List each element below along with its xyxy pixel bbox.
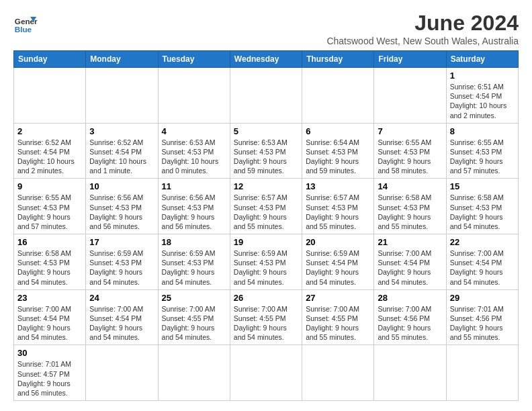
- svg-text:Blue: Blue: [15, 25, 32, 34]
- calendar-cell: 18Sunrise: 6:59 AM Sunset: 4:53 PM Dayli…: [158, 234, 230, 290]
- day-number: 12: [234, 181, 298, 191]
- day-info: Sunrise: 6:52 AM Sunset: 4:54 PM Dayligh…: [17, 138, 82, 176]
- day-info: Sunrise: 7:00 AM Sunset: 4:55 PM Dayligh…: [306, 304, 370, 342]
- week-row-3: 9Sunrise: 6:55 AM Sunset: 4:53 PM Daylig…: [14, 179, 519, 234]
- day-number: 26: [234, 293, 298, 303]
- day-number: 23: [17, 293, 82, 303]
- day-number: 13: [306, 181, 370, 191]
- calendar-cell: 3Sunrise: 6:52 AM Sunset: 4:54 PM Daylig…: [86, 123, 158, 179]
- calendar-cell: [86, 68, 158, 124]
- calendar-cell: 22Sunrise: 7:00 AM Sunset: 4:54 PM Dayli…: [446, 234, 518, 290]
- weekday-header-thursday: Thursday: [302, 51, 374, 68]
- day-number: 25: [162, 293, 226, 303]
- calendar-cell: 20Sunrise: 6:59 AM Sunset: 4:54 PM Dayli…: [302, 234, 374, 290]
- calendar-cell: [158, 68, 230, 124]
- week-row-6: 30Sunrise: 7:01 AM Sunset: 4:57 PM Dayli…: [14, 345, 519, 401]
- day-info: Sunrise: 7:00 AM Sunset: 4:54 PM Dayligh…: [17, 304, 82, 342]
- weekday-header-saturday: Saturday: [446, 51, 518, 68]
- calendar-cell: [446, 345, 518, 401]
- calendar-cell: 16Sunrise: 6:58 AM Sunset: 4:53 PM Dayli…: [14, 234, 86, 290]
- calendar-cell: 4Sunrise: 6:53 AM Sunset: 4:53 PM Daylig…: [158, 123, 230, 179]
- header: General Blue June 2024 Chatswood West, N…: [13, 11, 519, 46]
- calendar-cell: 12Sunrise: 6:57 AM Sunset: 4:53 PM Dayli…: [230, 179, 302, 234]
- day-number: 7: [378, 126, 442, 136]
- calendar-cell: 26Sunrise: 7:00 AM Sunset: 4:55 PM Dayli…: [230, 289, 302, 345]
- calendar-cell: 5Sunrise: 6:53 AM Sunset: 4:53 PM Daylig…: [230, 123, 302, 179]
- day-number: 22: [450, 237, 515, 247]
- day-info: Sunrise: 6:53 AM Sunset: 4:53 PM Dayligh…: [234, 138, 298, 176]
- day-number: 24: [89, 293, 154, 303]
- week-row-5: 23Sunrise: 7:00 AM Sunset: 4:54 PM Dayli…: [14, 289, 519, 345]
- weekday-header-monday: Monday: [86, 51, 158, 68]
- calendar-cell: [302, 345, 374, 401]
- day-number: 11: [162, 181, 226, 191]
- day-number: 4: [162, 126, 226, 136]
- day-info: Sunrise: 6:55 AM Sunset: 4:53 PM Dayligh…: [378, 138, 442, 176]
- day-info: Sunrise: 6:54 AM Sunset: 4:53 PM Dayligh…: [306, 138, 370, 176]
- day-info: Sunrise: 6:58 AM Sunset: 4:53 PM Dayligh…: [450, 193, 515, 231]
- day-info: Sunrise: 7:00 AM Sunset: 4:54 PM Dayligh…: [450, 248, 515, 287]
- calendar-cell: 24Sunrise: 7:00 AM Sunset: 4:54 PM Dayli…: [86, 289, 158, 345]
- day-number: 21: [378, 237, 442, 247]
- calendar-cell: [86, 345, 158, 401]
- calendar-cell: 29Sunrise: 7:01 AM Sunset: 4:56 PM Dayli…: [446, 289, 518, 345]
- calendar-cell: [374, 68, 446, 124]
- day-info: Sunrise: 6:56 AM Sunset: 4:53 PM Dayligh…: [162, 193, 226, 231]
- day-info: Sunrise: 6:59 AM Sunset: 4:53 PM Dayligh…: [89, 248, 154, 287]
- calendar-cell: 19Sunrise: 6:59 AM Sunset: 4:53 PM Dayli…: [230, 234, 302, 290]
- calendar-cell: 30Sunrise: 7:01 AM Sunset: 4:57 PM Dayli…: [14, 345, 86, 401]
- logo: General Blue: [13, 11, 38, 35]
- page-title: June 2024: [326, 11, 519, 36]
- day-number: 19: [234, 237, 298, 247]
- day-number: 14: [378, 181, 442, 191]
- calendar-cell: 28Sunrise: 7:00 AM Sunset: 4:56 PM Dayli…: [374, 289, 446, 345]
- week-row-1: 1Sunrise: 6:51 AM Sunset: 4:54 PM Daylig…: [14, 68, 519, 124]
- day-info: Sunrise: 6:59 AM Sunset: 4:53 PM Dayligh…: [234, 248, 298, 287]
- day-number: 17: [89, 237, 154, 247]
- day-info: Sunrise: 7:00 AM Sunset: 4:54 PM Dayligh…: [378, 248, 442, 287]
- calendar-cell: 2Sunrise: 6:52 AM Sunset: 4:54 PM Daylig…: [14, 123, 86, 179]
- calendar-cell: 15Sunrise: 6:58 AM Sunset: 4:53 PM Dayli…: [446, 179, 518, 234]
- day-number: 6: [306, 126, 370, 136]
- day-number: 1: [450, 71, 515, 81]
- day-info: Sunrise: 6:51 AM Sunset: 4:54 PM Dayligh…: [450, 82, 515, 120]
- title-block: June 2024 Chatswood West, New South Wale…: [326, 11, 519, 46]
- calendar-cell: 8Sunrise: 6:55 AM Sunset: 4:53 PM Daylig…: [446, 123, 518, 179]
- weekday-header-row: SundayMondayTuesdayWednesdayThursdayFrid…: [14, 51, 519, 68]
- calendar-cell: 27Sunrise: 7:00 AM Sunset: 4:55 PM Dayli…: [302, 289, 374, 345]
- day-number: 18: [162, 237, 226, 247]
- day-info: Sunrise: 7:01 AM Sunset: 4:57 PM Dayligh…: [17, 359, 82, 398]
- weekday-header-wednesday: Wednesday: [230, 51, 302, 68]
- day-info: Sunrise: 6:58 AM Sunset: 4:53 PM Dayligh…: [17, 248, 82, 287]
- day-info: Sunrise: 6:58 AM Sunset: 4:53 PM Dayligh…: [378, 193, 442, 231]
- day-number: 29: [450, 293, 515, 303]
- calendar-cell: 6Sunrise: 6:54 AM Sunset: 4:53 PM Daylig…: [302, 123, 374, 179]
- weekday-header-tuesday: Tuesday: [158, 51, 230, 68]
- day-number: 2: [17, 126, 82, 136]
- calendar-cell: 1Sunrise: 6:51 AM Sunset: 4:54 PM Daylig…: [446, 68, 518, 124]
- day-info: Sunrise: 6:53 AM Sunset: 4:53 PM Dayligh…: [162, 138, 226, 176]
- calendar-table: SundayMondayTuesdayWednesdayThursdayFrid…: [13, 50, 519, 401]
- day-info: Sunrise: 7:00 AM Sunset: 4:54 PM Dayligh…: [89, 304, 154, 342]
- calendar-cell: 25Sunrise: 7:00 AM Sunset: 4:55 PM Dayli…: [158, 289, 230, 345]
- day-number: 28: [378, 293, 442, 303]
- day-info: Sunrise: 6:55 AM Sunset: 4:53 PM Dayligh…: [450, 138, 515, 176]
- day-info: Sunrise: 7:00 AM Sunset: 4:55 PM Dayligh…: [234, 304, 298, 342]
- day-number: 8: [450, 126, 515, 136]
- page-subtitle: Chatswood West, New South Wales, Austral…: [326, 36, 519, 46]
- calendar-cell: 7Sunrise: 6:55 AM Sunset: 4:53 PM Daylig…: [374, 123, 446, 179]
- calendar-cell: [374, 345, 446, 401]
- week-row-2: 2Sunrise: 6:52 AM Sunset: 4:54 PM Daylig…: [14, 123, 519, 179]
- calendar-cell: 21Sunrise: 7:00 AM Sunset: 4:54 PM Dayli…: [374, 234, 446, 290]
- day-number: 27: [306, 293, 370, 303]
- day-info: Sunrise: 6:57 AM Sunset: 4:53 PM Dayligh…: [234, 193, 298, 231]
- day-number: 15: [450, 181, 515, 191]
- day-number: 10: [89, 181, 154, 191]
- day-info: Sunrise: 7:00 AM Sunset: 4:55 PM Dayligh…: [162, 304, 226, 342]
- calendar-cell: 23Sunrise: 7:00 AM Sunset: 4:54 PM Dayli…: [14, 289, 86, 345]
- day-info: Sunrise: 6:59 AM Sunset: 4:53 PM Dayligh…: [162, 248, 226, 287]
- calendar-cell: [230, 345, 302, 401]
- calendar-cell: [230, 68, 302, 124]
- calendar-cell: 10Sunrise: 6:56 AM Sunset: 4:53 PM Dayli…: [86, 179, 158, 234]
- weekday-header-sunday: Sunday: [14, 51, 86, 68]
